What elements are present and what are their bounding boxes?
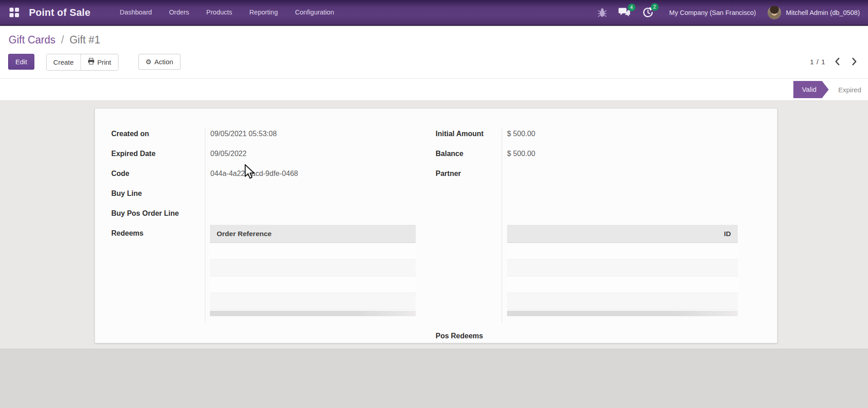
list-footer-bar: [507, 311, 738, 316]
field-created-on: Created on 09/05/2021 05:53:08: [111, 124, 374, 144]
breadcrumb-gift-cards-link[interactable]: Gift Cards: [9, 34, 56, 46]
user-avatar[interactable]: [768, 6, 781, 19]
field-label: Buy Line: [111, 190, 205, 198]
user-menu[interactable]: Mitchell Admin (db_0508): [786, 9, 860, 16]
menu-item-reporting[interactable]: Reporting: [241, 0, 286, 25]
empty-list-row: [210, 276, 416, 293]
app-menu: Dashboard Orders Products Reporting Conf…: [111, 0, 343, 25]
print-button-label: Print: [97, 55, 111, 70]
field-label: Initial Amount: [436, 130, 502, 138]
field-label: Pos Redeems: [436, 332, 483, 340]
field-buy-pos-order-line: Buy Pos Order Line: [111, 204, 374, 223]
top-navbar: Point of Sale Dashboard Orders Products …: [0, 0, 868, 26]
field-label: Balance: [436, 150, 502, 158]
mouse-cursor: [244, 164, 256, 182]
form-button-row: Edit Create Print ⚙ Action: [8, 54, 180, 71]
field-partner: Partner: [436, 164, 689, 184]
empty-list-row: [210, 243, 416, 260]
breadcrumb-current-record: Gift #1: [70, 34, 100, 46]
gift-card-form-screen: Point of Sale Dashboard Orders Products …: [0, 0, 868, 408]
field-value: $ 500.00: [502, 150, 535, 158]
field-balance: Balance $ 500.00: [436, 144, 689, 164]
action-button-label: Action: [154, 54, 173, 69]
edit-button[interactable]: Edit: [8, 54, 34, 70]
pos-redeems-column-header: ID: [507, 225, 738, 243]
breadcrumb: Gift Cards / Gift #1: [9, 34, 100, 46]
empty-list-row: [507, 243, 738, 260]
field-label: Partner: [436, 170, 502, 178]
menu-item-products[interactable]: Products: [198, 0, 241, 25]
printer-icon: [88, 55, 95, 70]
print-button[interactable]: Print: [81, 54, 118, 70]
gear-icon: ⚙: [146, 54, 152, 69]
apps-grid-icon[interactable]: [8, 7, 20, 19]
list-footer-bar: [210, 311, 416, 316]
field-value: 09/05/2021 05:53:08: [205, 130, 277, 138]
record-pager: 1 / 1: [810, 56, 860, 67]
messages-chat-icon[interactable]: 4: [618, 7, 631, 18]
status-bar: Valid Expired: [0, 78, 868, 101]
field-label: Buy Pos Order Line: [111, 209, 205, 218]
field-label: Created on: [111, 130, 205, 138]
field-value: 09/05/2022: [205, 150, 247, 158]
debug-bug-icon[interactable]: [598, 8, 607, 17]
field-buy-line: Buy Line: [111, 184, 374, 204]
empty-list-row: [210, 293, 416, 310]
app-brand[interactable]: Point of Sale: [29, 7, 90, 19]
pos-redeems-list: ID: [507, 225, 738, 316]
create-button[interactable]: Create: [47, 54, 81, 70]
activities-count-badge: 2: [651, 3, 659, 11]
pager-previous-button[interactable]: [832, 56, 843, 67]
field-label: Expired Date: [111, 150, 205, 158]
status-expired-state[interactable]: Expired: [838, 86, 861, 94]
empty-list-row: [507, 276, 738, 293]
breadcrumb-separator: /: [61, 34, 64, 46]
field-initial-amount: Initial Amount $ 500.00: [436, 124, 689, 144]
form-right-column: Initial Amount $ 500.00 Balance $ 500.00…: [436, 124, 689, 184]
messages-count-badge: 4: [628, 4, 636, 11]
field-pos-redeems: Pos Redeems: [436, 332, 483, 340]
create-print-button-group: Create Print: [46, 54, 119, 71]
menu-item-configuration[interactable]: Configuration: [286, 0, 342, 25]
field-value: $ 500.00: [502, 130, 535, 138]
field-label: Code: [111, 170, 205, 178]
pager-value[interactable]: 1 / 1: [810, 58, 825, 66]
menu-item-dashboard[interactable]: Dashboard: [111, 0, 161, 25]
field-label: Redeems: [111, 229, 205, 237]
company-switcher[interactable]: My Company (San Francisco): [669, 9, 756, 16]
activities-clock-icon[interactable]: 2: [642, 7, 654, 18]
redeems-list: Order Reference: [210, 225, 416, 316]
empty-list-row: [507, 260, 738, 276]
page-bottom-strip: [0, 349, 868, 408]
pager-next-button[interactable]: [849, 56, 860, 67]
status-valid-ribbon[interactable]: Valid: [793, 81, 829, 98]
empty-list-row: [507, 293, 738, 310]
redeems-column-header: Order Reference: [210, 225, 416, 243]
control-panel: Gift Cards / Gift #1 Edit Create Print: [0, 27, 868, 78]
form-sheet: Created on 09/05/2021 05:53:08 Expired D…: [95, 108, 778, 343]
field-code: Code 044a-4a22-bacd-9dfe-0468: [111, 164, 374, 184]
empty-list-row: [210, 260, 416, 276]
field-expired-date: Expired Date 09/05/2022: [111, 144, 374, 164]
action-button[interactable]: ⚙ Action: [138, 54, 180, 70]
menu-item-orders[interactable]: Orders: [161, 0, 198, 25]
